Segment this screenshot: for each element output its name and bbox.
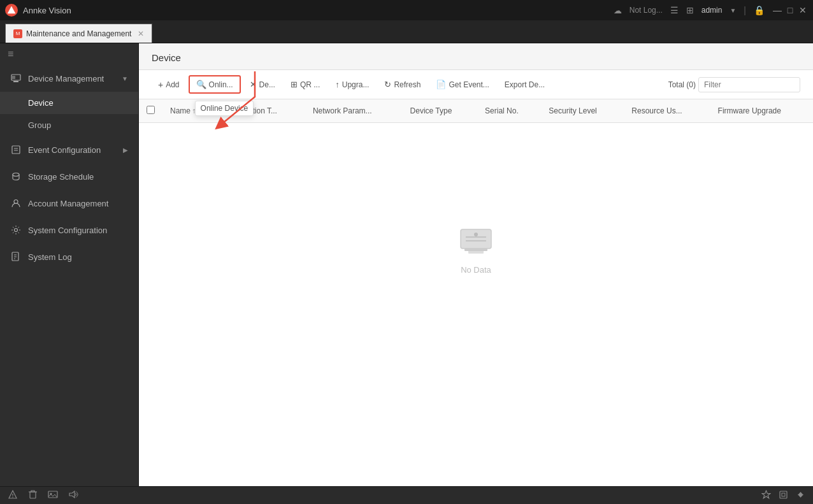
svg-point-8 <box>15 229 18 232</box>
alert-icon[interactable] <box>8 489 18 501</box>
event-configuration-label: Event Configuration <box>28 145 101 155</box>
close-button[interactable]: ✕ <box>798 5 808 15</box>
sidebar-item-system-log[interactable]: System Log <box>0 243 138 270</box>
svg-point-20 <box>12 496 13 498</box>
svg-point-6 <box>13 173 19 176</box>
select-all-column <box>139 99 162 123</box>
delete-icon: ✕ <box>250 80 257 89</box>
sidebar-item-group[interactable]: Group <box>0 114 138 136</box>
user-name[interactable]: admin <box>701 6 723 15</box>
upgrade-button[interactable]: ↑ Upgra... <box>329 76 375 92</box>
svg-rect-3 <box>12 146 20 154</box>
refresh-button[interactable]: ↻ Refresh <box>378 76 427 92</box>
online-device-wrapper: 🔍 Onlin... Online Device <box>189 75 241 94</box>
maintenance-tab[interactable]: M Maintenance and Management ✕ <box>5 24 152 43</box>
sidebar-item-device[interactable]: Device <box>0 92 138 114</box>
storage-schedule-label: Storage Schedule <box>28 172 94 182</box>
sidebar-item-account-management[interactable]: Account Management <box>0 190 138 217</box>
svg-rect-2 <box>12 76 15 79</box>
upgrade-label: Upgra... <box>342 80 370 89</box>
fullscreen-icon[interactable] <box>779 490 788 501</box>
total-count: Total (0) <box>668 80 696 89</box>
content-area: Device + Add 🔍 Onlin... Online Device <box>139 43 813 486</box>
statusbar-right <box>761 490 805 501</box>
refresh-icon: ↻ <box>384 80 391 89</box>
qr-icon: ⊞ <box>291 80 298 89</box>
sidebar-item-storage-schedule[interactable]: Storage Schedule <box>0 163 138 190</box>
storage-schedule-icon <box>10 171 22 182</box>
sidebar-item-system-configuration[interactable]: System Configuration <box>0 217 138 243</box>
qr-label: QR ... <box>300 80 320 89</box>
image-icon[interactable] <box>48 489 58 501</box>
get-event-button[interactable]: 📄 Get Event... <box>429 76 495 92</box>
system-log-icon <box>10 251 22 263</box>
sidebar-item-event-configuration[interactable]: Event Configuration ▶ <box>0 136 138 163</box>
app-title: Annke Vision <box>23 6 71 15</box>
get-event-icon: 📄 <box>436 80 446 89</box>
svg-rect-13 <box>461 229 491 248</box>
resource-usage-column-header: Resource Us... <box>624 99 710 123</box>
firmware-upgrade-column-header: Firmware Upgrade <box>710 99 813 123</box>
delete-button[interactable]: ✕ De... <box>243 76 282 92</box>
account-management-label: Account Management <box>28 199 108 208</box>
cloud-status: Not Log... <box>630 6 663 15</box>
toolbar: + Add 🔍 Onlin... Online Device ✕ De... <box>139 70 813 99</box>
export-label: Export De... <box>505 80 545 89</box>
trash-icon[interactable] <box>28 489 38 501</box>
device-type-column-header: Device Type <box>403 99 477 123</box>
svg-rect-21 <box>30 492 36 498</box>
titlebar: Annke Vision ☁ Not Log... ☰ ⊞ admin ▼ | … <box>0 0 813 20</box>
event-configuration-expand-icon: ▶ <box>123 147 128 154</box>
app-logo <box>5 4 18 17</box>
page-title: Device <box>152 52 800 63</box>
sidebar-collapse-button[interactable]: ≡ <box>0 43 138 65</box>
sound-icon[interactable] <box>68 489 78 501</box>
sidebar: ≡ Device Management ▼ Device Group <box>0 43 139 486</box>
tooltip-text: Online Device <box>201 104 248 113</box>
device-label: Device <box>28 98 54 108</box>
online-device-label: Onlin... <box>209 80 233 89</box>
cloud-icon: ☁ <box>614 6 622 15</box>
online-device-tooltip: Online Device <box>195 101 254 116</box>
star-icon[interactable] <box>761 490 771 501</box>
svg-rect-1 <box>13 81 18 82</box>
export-button[interactable]: Export De... <box>498 77 551 92</box>
statusbar <box>0 486 813 504</box>
device-management-label: Device Management <box>28 74 104 83</box>
hamburger-icon: ≡ <box>8 48 13 59</box>
security-level-column-header: Security Level <box>541 99 624 123</box>
tab-close-button[interactable]: ✕ <box>138 29 144 38</box>
group-label: Group <box>28 120 51 130</box>
svg-rect-15 <box>464 248 487 251</box>
svg-rect-25 <box>780 491 787 498</box>
sidebar-item-device-management[interactable]: Device Management ▼ <box>0 65 138 92</box>
refresh-label: Refresh <box>394 80 421 89</box>
no-data-text: No Data <box>461 265 491 275</box>
statusbar-left <box>8 489 78 501</box>
maximize-button[interactable]: □ <box>785 5 795 15</box>
qr-button[interactable]: ⊞ QR ... <box>284 76 326 92</box>
search-icon: 🔍 <box>196 80 206 89</box>
network-param-column-header: Network Param... <box>305 99 403 123</box>
lock-icon[interactable]: 🔒 <box>754 5 765 15</box>
user-dropdown-icon[interactable]: ▼ <box>730 7 736 14</box>
system-configuration-icon <box>10 224 22 236</box>
display-icon[interactable]: ⊞ <box>686 5 694 15</box>
system-configuration-label: System Configuration <box>28 226 107 235</box>
menu-icon[interactable]: ☰ <box>670 5 679 15</box>
account-management-icon <box>10 198 22 209</box>
event-configuration-icon <box>10 144 22 155</box>
select-all-checkbox[interactable] <box>147 106 155 114</box>
system-log-label: System Log <box>28 252 72 262</box>
tabbar: M Maintenance and Management ✕ <box>0 20 813 43</box>
online-device-button[interactable]: 🔍 Onlin... <box>189 75 241 94</box>
get-event-label: Get Event... <box>449 80 489 89</box>
expand-icon[interactable] <box>796 490 805 501</box>
delete-label: De... <box>259 80 275 89</box>
add-button[interactable]: + Add <box>152 76 186 93</box>
no-data-area: No Data <box>139 123 813 378</box>
no-data-icon <box>456 227 496 257</box>
minimize-button[interactable]: — <box>772 5 782 15</box>
add-label: Add <box>166 80 179 89</box>
filter-input[interactable] <box>698 77 800 92</box>
